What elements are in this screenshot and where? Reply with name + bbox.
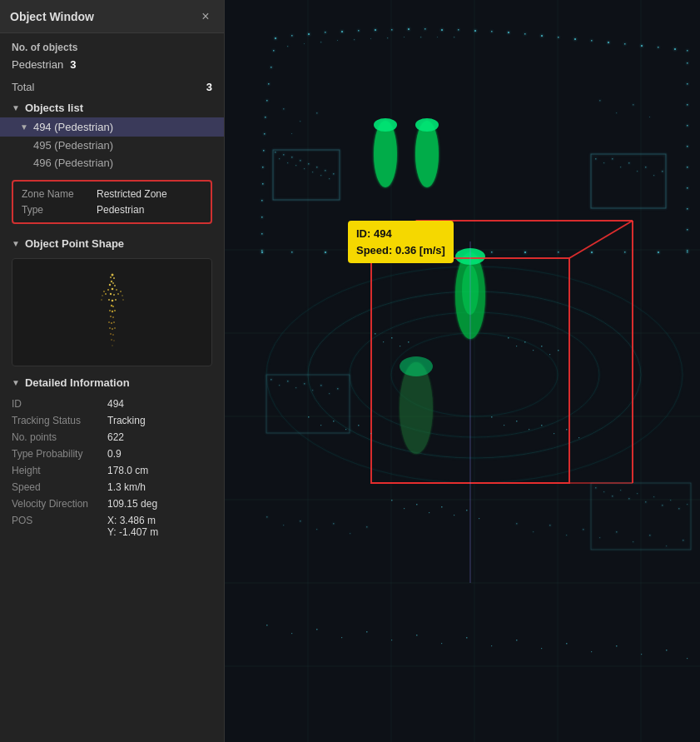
- svg-rect-265: [516, 640, 518, 641]
- svg-rect-185: [612, 495, 613, 497]
- detail-val-tracking: Tracking: [107, 415, 146, 426]
- svg-rect-246: [578, 437, 579, 438]
- svg-point-22: [110, 316, 112, 317]
- svg-rect-196: [271, 379, 272, 381]
- svg-point-0: [111, 274, 113, 276]
- tree-item-495[interactable]: 495 (Pedestrian): [0, 137, 224, 154]
- detail-row-points: No. points 622: [12, 429, 212, 446]
- detail-row-probability: Type Probability 0.9: [12, 446, 212, 462]
- svg-point-213: [400, 356, 433, 376]
- svg-rect-171: [516, 523, 518, 525]
- svg-rect-261: [416, 635, 418, 636]
- svg-rect-92: [687, 83, 688, 85]
- svg-rect-151: [595, 158, 597, 160]
- detailed-information-header[interactable]: ▼ Detailed Information: [0, 371, 224, 392]
- svg-rect-117: [320, 42, 321, 42]
- lidar-view: ID: 494 Speed: 0.36 [m/s]: [225, 0, 700, 742]
- detail-val-velocity: 109.15 deg: [107, 498, 157, 510]
- svg-rect-192: [670, 500, 671, 500]
- svg-rect-76: [674, 48, 676, 50]
- svg-point-31: [112, 334, 114, 336]
- svg-rect-228: [524, 341, 526, 343]
- svg-rect-84: [263, 150, 265, 152]
- svg-rect-142: [304, 168, 305, 169]
- detail-chevron-icon: ▼: [12, 378, 20, 387]
- svg-rect-193: [678, 508, 680, 510]
- svg-point-23: [112, 316, 114, 318]
- svg-rect-190: [653, 496, 654, 497]
- svg-rect-184: [603, 491, 604, 492]
- svg-rect-204: [337, 388, 339, 390]
- svg-rect-120: [370, 38, 371, 39]
- svg-rect-157: [645, 167, 647, 168]
- detail-key-probability: Type Probability: [12, 448, 107, 460]
- tree-item-496[interactable]: 496 (Pedestrian): [0, 154, 224, 172]
- svg-rect-257: [316, 629, 318, 630]
- svg-point-16: [115, 299, 117, 301]
- svg-rect-201: [312, 390, 313, 391]
- svg-point-13: [117, 293, 119, 295]
- svg-rect-60: [408, 28, 410, 30]
- svg-rect-133: [649, 117, 650, 117]
- svg-rect-222: [383, 341, 384, 342]
- svg-point-38: [122, 295, 123, 296]
- svg-rect-176: [599, 537, 600, 538]
- detail-val-pos: X: 3.486 m Y: -1.407 m: [107, 515, 158, 538]
- svg-point-8: [111, 288, 113, 291]
- svg-point-12: [113, 294, 115, 296]
- svg-rect-155: [628, 162, 630, 164]
- svg-rect-256: [291, 633, 292, 634]
- svg-rect-145: [316, 167, 318, 168]
- svg-rect-203: [329, 393, 330, 394]
- detail-val-points: 622: [107, 431, 124, 443]
- svg-rect-108: [491, 251, 493, 253]
- svg-point-25: [110, 322, 112, 324]
- svg-rect-72: [608, 42, 609, 43]
- svg-rect-134: [273, 150, 340, 200]
- svg-rect-128: [316, 112, 318, 114]
- tree-item-494[interactable]: ▼ 494 (Pedestrian): [0, 117, 224, 137]
- svg-rect-175: [583, 529, 584, 530]
- svg-rect-242: [529, 429, 529, 430]
- svg-rect-249: [416, 504, 418, 505]
- total-count: 3: [206, 81, 212, 93]
- object-point-shape-header[interactable]: ▼ Object Point Shape: [0, 232, 224, 253]
- svg-point-35: [103, 291, 105, 292]
- svg-rect-194: [687, 504, 688, 505]
- objects-list-header[interactable]: ▼ Objects list: [0, 97, 224, 117]
- svg-point-26: [113, 321, 115, 323]
- svg-rect-143: [308, 163, 310, 165]
- object-point-shape-label: Object Point Shape: [25, 237, 124, 250]
- svg-rect-181: [683, 540, 684, 541]
- svg-rect-235: [333, 421, 335, 422]
- svg-rect-238: [370, 433, 371, 434]
- svg-rect-95: [687, 146, 688, 147]
- svg-rect-198: [287, 381, 289, 382]
- svg-point-208: [415, 118, 439, 132]
- svg-rect-252: [454, 515, 454, 515]
- svg-point-34: [112, 345, 113, 346]
- svg-rect-164: [266, 516, 268, 518]
- detail-row-velocity: Velocity Direction 109.15 deg: [12, 495, 212, 512]
- svg-rect-81: [266, 100, 268, 102]
- svg-rect-250: [429, 512, 429, 513]
- svg-rect-119: [354, 39, 355, 40]
- svg-rect-243: [541, 425, 543, 426]
- svg-point-28: [112, 328, 113, 330]
- svg-rect-56: [341, 31, 343, 32]
- svg-rect-187: [628, 498, 630, 500]
- svg-rect-90: [261, 250, 263, 251]
- total-label: Total: [12, 81, 34, 93]
- panel-header: Object Window ×: [0, 0, 224, 33]
- svg-rect-168: [333, 523, 335, 525]
- svg-rect-259: [366, 631, 368, 633]
- svg-rect-64: [474, 30, 476, 32]
- svg-rect-65: [491, 31, 493, 32]
- zone-name-value: Restricted Zone: [97, 188, 167, 200]
- close-button[interactable]: ×: [197, 8, 214, 25]
- svg-rect-75: [658, 47, 659, 48]
- svg-rect-236: [345, 429, 346, 430]
- svg-point-1: [110, 276, 112, 278]
- svg-rect-55: [325, 32, 326, 33]
- svg-rect-74: [641, 45, 643, 47]
